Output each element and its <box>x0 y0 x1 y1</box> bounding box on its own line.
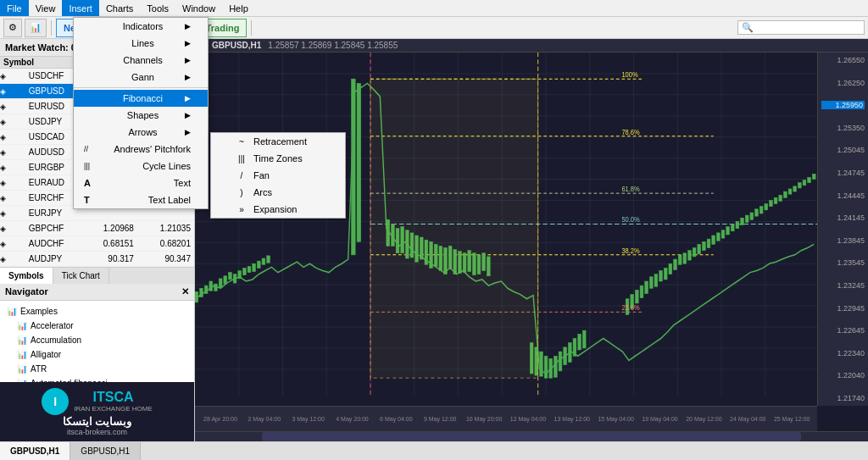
svg-rect-122 <box>783 191 787 197</box>
fibonacci-menu-item[interactable]: /Fan <box>211 167 345 184</box>
menu-item-label: Andrews' Pitchfork <box>114 144 191 154</box>
navigator-item[interactable]: 📊ATR <box>0 362 194 376</box>
svg-rect-105 <box>702 241 705 250</box>
bottom-tab-2[interactable]: GBPUSD,H1 <box>70 442 141 460</box>
insert-menu-item[interactable]: |||Cycle Lines <box>74 158 208 175</box>
chart-canvas[interactable]: 100% 78.6% 61.8% 50.0% 38.2% 23.6% 1.265… <box>195 53 868 431</box>
svg-rect-87 <box>578 334 581 350</box>
menu-item-window[interactable]: Window <box>175 0 222 16</box>
insert-menu-item[interactable]: Indicators▶ <box>74 18 208 35</box>
symbol-icon: ◈ <box>0 118 14 126</box>
submenu-arrow: ▶ <box>185 111 191 119</box>
svg-rect-111 <box>731 224 734 231</box>
symbol-icon: ◈ <box>0 255 14 263</box>
symbol-icon: ◈ <box>0 224 14 233</box>
price-label: 1.24445 <box>821 191 865 200</box>
navigator-item[interactable]: 📊Automated fibonacci <box>0 376 194 382</box>
fibonacci-menu-item[interactable]: ~Retracement <box>211 133 345 150</box>
svg-rect-91 <box>635 290 638 303</box>
fibonacci-menu-item[interactable]: »Expansion <box>211 201 345 218</box>
time-label: 2 May 04:00 <box>242 416 287 422</box>
menu-item-charts[interactable]: Charts <box>99 0 140 16</box>
menu-item-label: Text Label <box>148 195 191 205</box>
svg-rect-98 <box>669 263 672 274</box>
tab-symbols[interactable]: Symbols <box>0 268 53 284</box>
tree-item-label: ATR <box>31 364 47 374</box>
tab-tick-chart[interactable]: Tick Chart <box>53 268 109 284</box>
chart-scrollbar[interactable] <box>195 431 868 441</box>
tree-icon: 📊 <box>17 321 27 330</box>
svg-rect-41 <box>214 284 218 291</box>
svg-rect-121 <box>779 195 782 201</box>
svg-rect-44 <box>229 273 232 280</box>
svg-rect-46 <box>238 271 242 279</box>
insert-menu-item[interactable]: Channels▶ <box>74 52 208 69</box>
menu-item-label: Indicators <box>123 21 164 31</box>
insert-menu-popup: Indicators▶Lines▶Channels▶Gann▶Fibonacci… <box>73 17 209 209</box>
price-label: 1.22340 <box>821 349 865 357</box>
menu-item-view[interactable]: View <box>29 0 63 16</box>
submenu-arrow: ▶ <box>185 73 191 81</box>
svg-rect-37 <box>195 291 198 302</box>
navigator-close[interactable]: ✕ <box>181 286 189 297</box>
price-label: 1.24145 <box>821 213 865 222</box>
price-label: 1.22040 <box>821 371 865 380</box>
svg-rect-45 <box>233 274 236 283</box>
branding: I ITSCA IRAN EXCHANGE HOME وبسایت ایتسکا… <box>0 382 194 441</box>
symbol-name: GBPUSD <box>14 86 81 96</box>
fib-item-icon: ~ <box>235 137 248 147</box>
insert-menu-item[interactable]: Gann▶ <box>74 69 208 86</box>
insert-menu-item[interactable]: Fibonacci▶ <box>74 90 208 107</box>
chart-symbol-label: GBPUSD,H1 <box>212 41 261 50</box>
navigator-item[interactable]: 📊Accelerator <box>0 319 194 333</box>
toolbar-icon1[interactable]: ⚙ <box>3 19 22 37</box>
insert-menu-item[interactable]: Arrows▶ <box>74 124 208 141</box>
menu-item-file[interactable]: File <box>0 0 29 16</box>
toolbar-icon2[interactable]: 📊 <box>25 19 47 37</box>
insert-menu-item[interactable]: Shapes▶ <box>74 107 208 124</box>
price-label: 1.25045 <box>821 146 865 154</box>
fib-item-icon: ) <box>235 188 248 197</box>
menu-item-tools[interactable]: Tools <box>140 0 175 16</box>
navigator-item[interactable]: 📊Examples <box>0 304 194 319</box>
insert-menu-item[interactable]: TText Label <box>74 191 208 208</box>
symbol-icon: ◈ <box>0 194 14 202</box>
fib-item-icon: / <box>235 171 248 180</box>
search-input-area[interactable]: 🔍 <box>737 20 865 35</box>
svg-rect-110 <box>726 227 730 235</box>
insert-menu-item[interactable]: Lines▶ <box>74 35 208 52</box>
fib-item-icon: » <box>235 205 248 214</box>
svg-rect-102 <box>688 251 692 260</box>
svg-text:100%: 100% <box>621 71 637 79</box>
insert-menu-item[interactable]: AText <box>74 175 208 191</box>
menu-item-insert[interactable]: Insert <box>62 0 99 16</box>
symbol-name: AUDJPY <box>14 254 81 263</box>
menu-item-label: Cycle Lines <box>142 161 191 171</box>
svg-rect-109 <box>721 230 725 238</box>
svg-rect-85 <box>568 343 571 363</box>
market-watch-row[interactable]: ◈ AUDJPY 90.317 90.347 <box>0 252 194 267</box>
tree-item-label: Accumulation <box>31 335 81 345</box>
navigator-item[interactable]: 📊Alligator <box>0 347 194 362</box>
menu-item-label: Gann <box>131 72 154 82</box>
menu-item-help[interactable]: Help <box>222 0 255 16</box>
svg-rect-83 <box>559 352 562 371</box>
symbol-name: AUDCHF <box>14 239 81 248</box>
symbol-icon: ◈ <box>0 209 14 218</box>
svg-rect-99 <box>674 259 677 269</box>
brand-subtitle: IRAN EXCHANGE HOME <box>74 405 152 413</box>
symbol-icon: ◈ <box>0 103 14 111</box>
time-label: 25 May 12:00 <box>770 416 814 422</box>
insert-menu-item[interactable]: //Andrews' Pitchfork <box>74 141 208 158</box>
market-watch-row[interactable]: ◈ AUDCHF 0.68151 0.68201 <box>0 236 194 252</box>
bottom-tab-1[interactable]: GBPUSD,H1 <box>0 442 70 460</box>
time-label: 3 May 12:00 <box>287 416 331 422</box>
fibonacci-menu-item[interactable]: )Arcs <box>211 184 345 201</box>
navigator-item[interactable]: 📊Accumulation <box>0 333 194 347</box>
svg-rect-48 <box>248 266 251 272</box>
fibonacci-menu-item[interactable]: |||Time Zones <box>211 150 345 167</box>
market-watch-row[interactable]: ◈ GBPCHF 1.20968 1.21035 <box>0 221 194 236</box>
svg-rect-124 <box>793 186 797 191</box>
svg-rect-51 <box>262 258 265 264</box>
submenu-arrow: ▶ <box>185 56 191 64</box>
